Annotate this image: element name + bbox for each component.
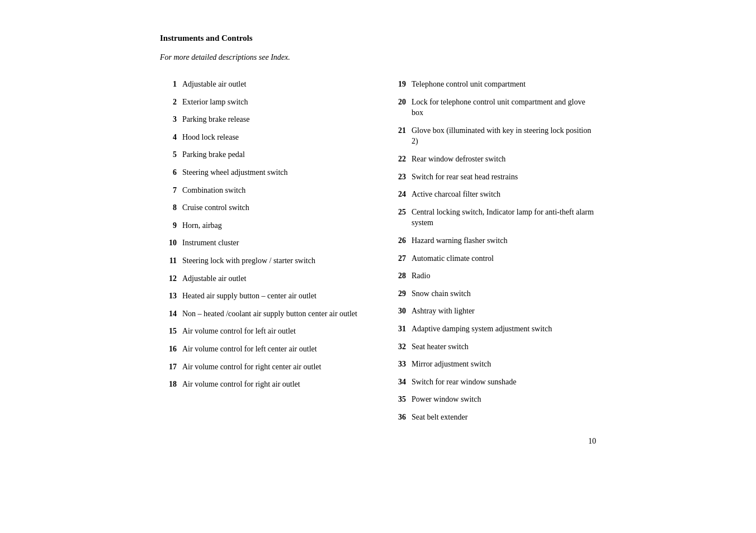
item-text: Steering lock with preglow / starter swi… xyxy=(182,255,367,266)
item-number: 22 xyxy=(389,154,406,165)
list-item: 18Air volume control for right air outle… xyxy=(160,379,367,390)
list-item: 12Adjustable air outlet xyxy=(160,273,367,284)
list-item: 15Air volume control for left air outlet xyxy=(160,326,367,337)
list-item: 30Ashtray with lighter xyxy=(389,306,596,317)
item-text: Air volume control for right air outlet xyxy=(182,379,367,390)
item-number: 33 xyxy=(389,359,406,370)
item-number: 12 xyxy=(160,273,177,284)
item-text: Air volume control for right center air … xyxy=(182,361,367,373)
list-item: 28Radio xyxy=(389,270,596,282)
list-item: 8Cruise control switch xyxy=(160,202,367,213)
item-number: 19 xyxy=(389,79,406,90)
item-text: Parking brake release xyxy=(182,114,367,125)
item-number: 6 xyxy=(160,167,177,178)
page-number: 10 xyxy=(588,437,596,446)
item-number: 28 xyxy=(389,270,406,282)
item-number: 14 xyxy=(160,308,177,320)
item-text: Lock for telephone control unit compartm… xyxy=(412,97,596,118)
item-text: Horn, airbag xyxy=(182,220,367,231)
list-item: 21Glove box (illuminated with key in ste… xyxy=(389,125,596,147)
item-text: Radio xyxy=(412,270,596,282)
list-item: 11Steering lock with preglow / starter s… xyxy=(160,255,367,266)
list-item: 31Adaptive damping system adjustment swi… xyxy=(389,323,596,335)
item-number: 8 xyxy=(160,202,177,213)
item-text: Combination switch xyxy=(182,185,367,196)
item-text: Steering wheel adjustment switch xyxy=(182,167,367,178)
item-number: 30 xyxy=(389,306,406,317)
item-number: 15 xyxy=(160,326,177,337)
list-item: 6Steering wheel adjustment switch xyxy=(160,167,367,178)
item-number: 35 xyxy=(389,394,406,405)
right-column: 19Telephone control unit compartment20Lo… xyxy=(389,79,596,429)
item-number: 3 xyxy=(160,114,177,125)
list-item: 10Instrument cluster xyxy=(160,237,367,249)
item-text: Hazard warning flasher switch xyxy=(412,235,596,246)
list-item: 22Rear window defroster switch xyxy=(389,154,596,165)
columns-wrapper: 1Adjustable air outlet2Exterior lamp swi… xyxy=(160,79,596,429)
item-text: Instrument cluster xyxy=(182,237,367,249)
item-number: 17 xyxy=(160,361,177,373)
item-number: 32 xyxy=(389,341,406,353)
list-item: 19Telephone control unit compartment xyxy=(389,79,596,90)
list-item: 5Parking brake pedal xyxy=(160,149,367,160)
item-text: Ashtray with lighter xyxy=(412,306,596,317)
list-item: 7Combination switch xyxy=(160,185,367,196)
item-number: 34 xyxy=(389,377,406,388)
list-item: 32Seat heater switch xyxy=(389,341,596,353)
list-item: 34Switch for rear window sunshade xyxy=(389,377,596,388)
list-item: 35Power window switch xyxy=(389,394,596,405)
list-item: 9Horn, airbag xyxy=(160,220,367,231)
list-item: 17Air volume control for right center ai… xyxy=(160,361,367,373)
item-number: 25 xyxy=(389,207,406,218)
list-item: 3Parking brake release xyxy=(160,114,367,125)
item-number: 29 xyxy=(389,288,406,299)
item-text: Parking brake pedal xyxy=(182,149,367,160)
list-item: 29Snow chain switch xyxy=(389,288,596,299)
list-item: 1Adjustable air outlet xyxy=(160,79,367,90)
item-number: 21 xyxy=(389,125,406,136)
item-number: 5 xyxy=(160,149,177,160)
item-number: 31 xyxy=(389,323,406,335)
item-number: 2 xyxy=(160,97,177,108)
item-number: 16 xyxy=(160,344,177,355)
item-number: 27 xyxy=(389,253,406,264)
item-text: Active charcoal filter switch xyxy=(412,189,596,200)
item-number: 18 xyxy=(160,379,177,390)
item-text: Exterior lamp switch xyxy=(182,97,367,108)
item-text: Seat heater switch xyxy=(412,341,596,353)
item-text: Hood lock release xyxy=(182,132,367,143)
item-text: Switch for rear seat head restrains xyxy=(412,172,596,183)
item-text: Adjustable air outlet xyxy=(182,79,367,90)
item-number: 24 xyxy=(389,189,406,200)
item-text: Heated air supply button – center air ou… xyxy=(182,291,367,302)
list-item: 27Automatic climate control xyxy=(389,253,596,264)
item-text: Telephone control unit compartment xyxy=(412,79,596,90)
left-column: 1Adjustable air outlet2Exterior lamp swi… xyxy=(160,79,367,429)
item-text: Adaptive damping system adjustment switc… xyxy=(412,323,596,335)
list-item: 26Hazard warning flasher switch xyxy=(389,235,596,246)
list-item: 4Hood lock release xyxy=(160,132,367,143)
item-text: Non – heated /coolant air supply button … xyxy=(182,308,367,320)
item-text: Rear window defroster switch xyxy=(412,154,596,165)
item-text: Switch for rear window sunshade xyxy=(412,377,596,388)
item-number: 23 xyxy=(389,172,406,183)
item-text: Automatic climate control xyxy=(412,253,596,264)
item-text: Cruise control switch xyxy=(182,202,367,213)
list-item: 14Non – heated /coolant air supply butto… xyxy=(160,308,367,320)
item-text: Air volume control for left air outlet xyxy=(182,326,367,337)
item-text: Central locking switch, Indicator lamp f… xyxy=(412,207,596,229)
subtitle: For more detailed descriptions see Index… xyxy=(160,53,596,62)
list-item: 20Lock for telephone control unit compar… xyxy=(389,97,596,118)
item-number: 20 xyxy=(389,97,406,108)
item-number: 26 xyxy=(389,235,406,246)
item-number: 36 xyxy=(389,412,406,423)
list-item: 2Exterior lamp switch xyxy=(160,97,367,108)
list-item: 24Active charcoal filter switch xyxy=(389,189,596,200)
page-title: Instruments and Controls xyxy=(160,34,596,43)
list-item: 33Mirror adjustment switch xyxy=(389,359,596,370)
item-text: Glove box (illuminated with key in steer… xyxy=(412,125,596,147)
item-text: Snow chain switch xyxy=(412,288,596,299)
item-text: Air volume control for left center air o… xyxy=(182,344,367,355)
item-number: 10 xyxy=(160,237,177,249)
list-item: 25Central locking switch, Indicator lamp… xyxy=(389,207,596,229)
